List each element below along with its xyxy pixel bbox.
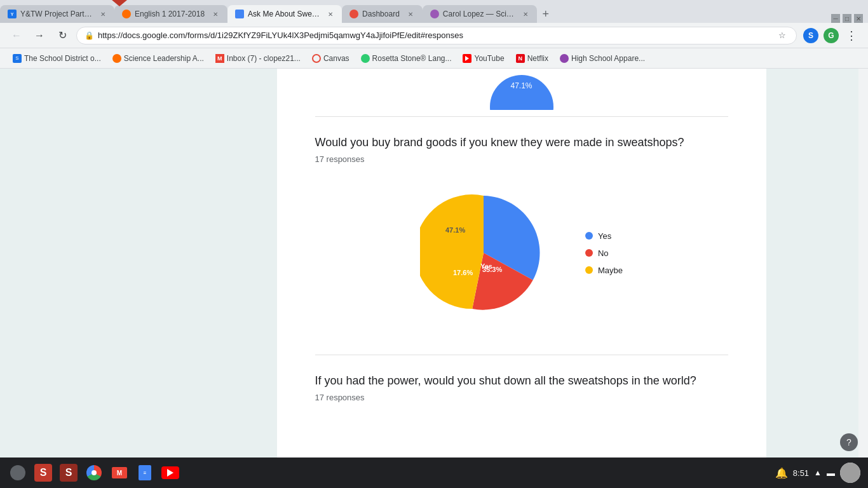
bookmark-inbox[interactable]: M Inbox (7) - clopez21... [210,51,306,66]
back-button[interactable]: ← [8,27,25,44]
question2-title: If you had the power, would you shut dow… [315,374,728,388]
docs-page-icon: ≡ [139,465,151,480]
tab-close-dash[interactable]: ✕ [406,10,415,18]
tab-ytw[interactable]: Y Y&TW Project Part 2 - G... ✕ [0,5,114,23]
pie-svg-q1 [420,189,547,316]
bookmark-school[interactable]: S The School District o... [8,51,106,66]
tabs-bar: Y Y&TW Project Part 2 - G... ✕ English 1… [0,0,868,23]
profile-g-icon[interactable]: G [822,27,840,44]
tab-close-ask[interactable]: ✕ [327,10,334,18]
address-bar[interactable]: 🔒 https://docs.google.com/forms/d/1i29ZK… [76,27,797,44]
bookmark-favicon-science [112,54,121,63]
tab-ask[interactable]: Ask Me About Sweatsho... ✕ [227,5,342,23]
question1-response-count: 17 responses [315,154,728,164]
bookmark-favicon-youtube [463,54,471,63]
s-red-icon: S [34,464,52,482]
notification-icon[interactable]: 🔔 [775,467,788,479]
legend-dot-no [585,249,593,257]
maybe-percent-label: 47.1% [445,226,465,234]
bookmark-favicon-inbox: M [215,54,224,63]
mail-m-icon: M [117,470,122,477]
taskbar: S S M ≡ 🔔 8:51 [0,458,868,488]
legend-q1: Yes No Maybe [585,231,623,275]
bookmark-label-highschool: High School Appare... [571,54,645,63]
taskbar-circle-icon[interactable] [8,463,28,483]
youtube-play-icon [161,466,179,479]
taskbar-chrome-icon[interactable] [84,463,104,483]
tab-favicon-ytw: Y [8,10,17,18]
bookmark-label-rosetta: Rosetta Stone® Lang... [372,54,452,63]
tab-close-eng[interactable]: ✕ [211,10,220,18]
taskbar-s-crimson-icon[interactable]: S [58,463,79,483]
chart-area-q1: Yes 17.6% 47.1% 35.3% Yes [315,177,728,342]
yes-percent-label: 35.3% [482,266,502,273]
help-icon: ? [846,437,851,447]
legend-dot-maybe [585,266,593,274]
close-button[interactable]: ✕ [854,14,863,23]
form-container: 47.1% Would you buy brand goods if you k… [277,69,766,458]
s-crimson-icon: S [60,464,78,482]
tab-favicon-eng [122,10,131,18]
user-avatar[interactable] [840,463,860,483]
bookmark-label-school: The School District o... [24,54,101,63]
profile-s-icon[interactable]: S [802,27,820,44]
mail-flap-icon [112,0,127,6]
battery-icon: ▬ [827,468,835,478]
bookmark-favicon-netflix: N [516,54,525,63]
new-tab-button[interactable]: + [537,5,555,23]
bookmark-label-science: Science Leadership A... [124,54,204,63]
tab-eng[interactable]: English 1 2017-2018 ✕ [114,5,227,23]
bookmark-youtube[interactable]: YouTube [458,51,509,66]
tab-close-ytw[interactable]: ✕ [100,10,107,18]
bookmark-favicon-rosetta [361,54,370,63]
circle-shape-icon [10,465,25,480]
bookmark-favicon-canvas [312,54,321,63]
tab-label-carol: Carol Lopez — Science L... [443,10,516,18]
help-button[interactable]: ? [840,433,858,451]
legend-label-yes: Yes [598,231,611,241]
minimize-button[interactable]: ─ [831,14,840,23]
content-area: 47.1% Would you buy brand goods if you k… [0,69,868,458]
bookmark-label-canvas: Canvas [323,54,349,63]
legend-label-maybe: Maybe [598,266,623,275]
bookmark-science[interactable]: Science Leadership A... [107,51,209,66]
taskbar-mail-icon[interactable]: M [109,463,130,483]
legend-item-no: No [585,248,623,258]
url-text: https://docs.google.com/forms/d/1i29ZKfY… [98,30,772,40]
reload-button[interactable]: ↻ [53,27,71,44]
pie-chart-q1: Yes 17.6% 47.1% 35.3% [420,189,547,316]
legend-dot-yes [585,232,593,240]
legend-item-yes: Yes [585,231,623,241]
menu-icon[interactable]: ⋮ [843,27,860,44]
taskbar-docs-icon[interactable]: ≡ [135,463,155,483]
tab-label-eng: English 1 2017-2018 [135,10,205,18]
left-sidebar [0,69,184,458]
tab-favicon-dash [349,10,358,18]
partial-pie-container: 47.1% [484,69,560,110]
bookmark-star-icon[interactable]: ☆ [776,29,789,42]
partial-pie-label: 47.1% [510,81,532,90]
tab-label-ask: Ask Me About Sweatsho... [248,10,321,18]
tab-carol[interactable]: Carol Lopez — Science L... ✕ [423,5,537,23]
right-scrollbar-area[interactable] [858,69,868,458]
secure-icon: 🔒 [85,31,94,40]
profile-s-avatar: S [803,28,818,43]
toolbar-icons: S G ⋮ [802,27,860,44]
top-partial-chart: 47.1% [315,69,728,117]
chrome-center-icon [92,470,97,475]
tab-close-carol[interactable]: ✕ [522,10,529,18]
taskbar-s-red-icon[interactable]: S [33,463,53,483]
taskbar-youtube-icon[interactable] [160,463,180,483]
profile-g-avatar: G [824,28,839,43]
tab-dash[interactable]: Dashboard ✕ [342,5,423,23]
bookmark-label-youtube: YouTube [474,54,504,63]
forward-button[interactable]: → [31,27,48,44]
bookmark-canvas[interactable]: Canvas [307,51,355,66]
tab-favicon-carol [430,10,439,18]
bookmark-highschool[interactable]: High School Appare... [555,51,650,66]
bookmark-netflix[interactable]: N Netflix [511,51,553,66]
bookmark-rosetta[interactable]: Rosetta Stone® Lang... [356,51,457,66]
maximize-button[interactable]: □ [843,14,851,23]
mail-envelope-icon: M [112,467,127,478]
divider-1 [315,355,728,355]
